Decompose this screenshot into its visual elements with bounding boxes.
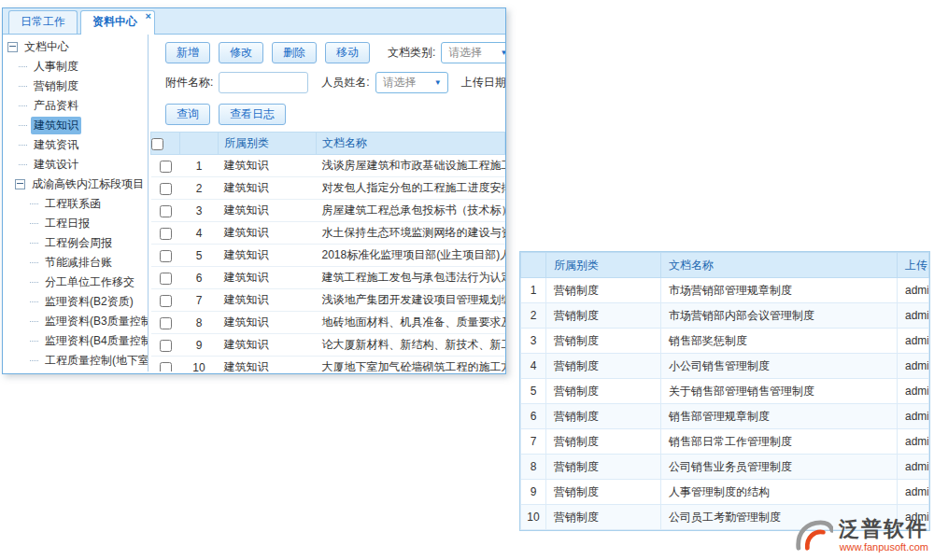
- tree-item[interactable]: 工程联系函: [7, 194, 148, 214]
- tree-item[interactable]: 产品资料: [7, 96, 148, 116]
- documents-table: 所属别类 文档名称 1建筑知识浅谈房屋建筑和市政基础设施工程施工...2建筑知识…: [150, 132, 505, 371]
- tree-item[interactable]: 建筑资讯: [7, 135, 148, 155]
- table-row[interactable]: 6营销制度销售部管理规章制度admin: [521, 404, 929, 429]
- tree-item[interactable]: 工程质量控制(地下室): [7, 351, 148, 371]
- table-row[interactable]: 5营销制度关于销售部管理销售管理制度admin: [521, 379, 929, 404]
- row-checkbox[interactable]: [160, 205, 172, 217]
- table-row[interactable]: 3营销制度销售部奖惩制度admin: [521, 329, 929, 354]
- collapse-icon[interactable]: [15, 179, 25, 189]
- table-row[interactable]: 8营销制度公司销售业务员管理制度admin: [521, 455, 929, 480]
- table-row[interactable]: 6建筑知识建筑工程施工发包与承包违法行为认定...: [151, 267, 505, 289]
- row-uploader: admin: [898, 354, 929, 379]
- table-row[interactable]: 7营销制度销售部日常工作管理制度admin: [521, 429, 929, 455]
- tree-item-label: 产品资料: [31, 97, 81, 115]
- row-checkbox-cell: [151, 357, 180, 372]
- table-row[interactable]: 9建筑知识论大厦新材料、新结构、新技术、新工...: [151, 334, 505, 357]
- doc-type-label: 文档类别:: [388, 45, 435, 61]
- chevron-down-icon: ▼: [423, 78, 447, 87]
- row-checkbox[interactable]: [160, 295, 172, 307]
- row-checkbox[interactable]: [160, 228, 172, 240]
- row-category: 营销制度: [546, 429, 661, 455]
- table-row[interactable]: 8建筑知识地砖地面材料、机具准备、质量要求及...: [151, 312, 505, 334]
- row-checkbox-cell: [151, 312, 180, 334]
- row-number: 4: [180, 222, 219, 245]
- tree-connector: [30, 301, 38, 302]
- table-row[interactable]: 2建筑知识对发包人指定分包的工程施工进度安排...: [151, 177, 505, 200]
- tab-data-center[interactable]: 资料中心 ×: [80, 10, 155, 35]
- modify-button[interactable]: 修改: [219, 42, 263, 63]
- tree-item[interactable]: 监理资料(B2资质): [7, 292, 148, 312]
- tree-node-project[interactable]: 成渝高铁内江标段项目: [7, 175, 148, 194]
- tab-bar: 日常工作 资料中心 ×: [3, 8, 505, 35]
- row-number: 1: [180, 155, 219, 177]
- table-row[interactable]: 10建筑知识大厦地下室加气砼墙砌筑工程的施工方...: [151, 357, 505, 372]
- tree-connector: [30, 321, 38, 322]
- row-doc-name: 小公司销售管理制度: [661, 354, 898, 379]
- table-row[interactable]: 1建筑知识浅谈房屋建筑和市政基础设施工程施工...: [151, 155, 505, 177]
- delete-button[interactable]: 删除: [272, 42, 317, 63]
- row-checkbox[interactable]: [160, 273, 172, 285]
- tree-item-label: 节能减排台账: [42, 254, 115, 272]
- result-table: 所属别类 文档名称 上传... 1营销制度市场营销部管理规章制度admin2营销…: [520, 252, 929, 530]
- row-uploader: admin: [898, 404, 929, 429]
- tree-item-label: 工程日报: [42, 215, 92, 232]
- table-row[interactable]: 2营销制度市场营销部内部会议管理制度admin: [521, 303, 929, 329]
- tree-item[interactable]: 人事制度: [7, 57, 148, 77]
- number-column-header: [521, 253, 546, 278]
- tree-node-root[interactable]: 文档中心: [7, 37, 148, 57]
- brand-url[interactable]: www.fanpusoft.com: [839, 541, 928, 553]
- row-category: 建筑知识: [219, 289, 317, 312]
- row-number: 5: [521, 379, 546, 404]
- row-checkbox[interactable]: [160, 340, 172, 352]
- row-category: 建筑知识: [219, 267, 317, 289]
- tree-item[interactable]: 建筑设计: [7, 155, 148, 175]
- tree-connector: [19, 105, 27, 106]
- row-checkbox[interactable]: [160, 161, 172, 173]
- table-row[interactable]: 7建筑知识浅谈地产集团开发建设项目管理规划编...: [151, 289, 505, 312]
- doc-type-select[interactable]: 请选择 ▼: [441, 42, 505, 63]
- tree-item[interactable]: 工程日报: [7, 214, 148, 233]
- tree-connector: [30, 203, 38, 204]
- row-checkbox[interactable]: [160, 183, 172, 195]
- tree-item[interactable]: 工程例会周报: [7, 233, 148, 253]
- close-icon[interactable]: ×: [146, 11, 151, 21]
- row-category: 建筑知识: [219, 200, 317, 222]
- collapse-icon[interactable]: [7, 42, 18, 52]
- attachment-name-input[interactable]: [219, 72, 308, 93]
- table-row[interactable]: 9营销制度人事管理制度的结构admin: [521, 480, 929, 505]
- row-doc-name: 公司销售业务员管理制度: [661, 455, 898, 480]
- row-doc-name: 浅谈地产集团开发建设项目管理规划编...: [317, 289, 505, 312]
- tree-item[interactable]: 分工单位工作移交: [7, 273, 148, 292]
- row-checkbox[interactable]: [160, 250, 172, 262]
- query-button[interactable]: 查询: [165, 104, 210, 125]
- window-body: 文档中心 人事制度营销制度产品资料建筑知识建筑资讯建筑设计 成渝高铁内江标段项目…: [3, 35, 505, 371]
- tree-connector: [19, 145, 27, 146]
- person-select[interactable]: 请选择 ▼: [375, 72, 448, 93]
- table-row[interactable]: 4建筑知识水土保持生态环境监测网络的建设与资...: [151, 222, 505, 245]
- brand-name: 泛普软件: [839, 518, 928, 540]
- select-all-checkbox[interactable]: [151, 138, 163, 150]
- tree-item[interactable]: 节能减排台账: [7, 253, 148, 273]
- add-button[interactable]: 新增: [165, 42, 210, 63]
- row-checkbox[interactable]: [160, 317, 172, 329]
- row-doc-name: 市场营销部管理规章制度: [661, 278, 898, 303]
- table-row[interactable]: 5建筑知识2018标准化监理项目部(业主项目部)人员...: [151, 245, 505, 267]
- tab-daily-work[interactable]: 日常工作: [8, 10, 78, 34]
- tree-node-project-label: 成渝高铁内江标段项目: [29, 175, 147, 193]
- row-doc-name: 关于销售部管理销售管理制度: [661, 379, 898, 404]
- row-checkbox[interactable]: [160, 362, 172, 371]
- row-number: 1: [521, 278, 546, 303]
- view-log-button[interactable]: 查看日志: [219, 104, 286, 125]
- table-row[interactable]: 4营销制度小公司销售管理制度admin: [521, 354, 929, 379]
- tree-item[interactable]: 建筑知识: [7, 116, 148, 135]
- tree-item[interactable]: 监理资料(B4质量控制): [7, 331, 148, 351]
- row-number: 4: [521, 354, 546, 379]
- table-row[interactable]: 1营销制度市场营销部管理规章制度admin: [521, 278, 929, 303]
- content-area: 新增 修改 删除 移动 文档类别: 请选择 ▼ 文档名称: 附件名称: 人员姓名…: [149, 35, 505, 371]
- tree-item[interactable]: 营销制度: [7, 77, 148, 96]
- row-number: 6: [521, 404, 546, 429]
- move-button[interactable]: 移动: [325, 42, 370, 63]
- tree-item[interactable]: 监理资料(B3质量控制): [7, 312, 148, 331]
- table-row[interactable]: 3建筑知识房屋建筑工程总承包投标书（技术标）...: [151, 200, 505, 222]
- tree-connector: [19, 86, 27, 87]
